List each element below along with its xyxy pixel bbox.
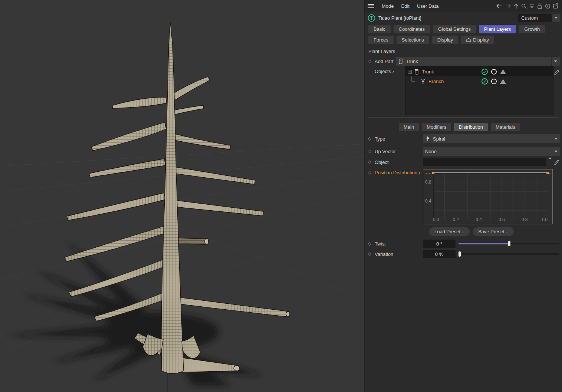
enabled-check-icon[interactable]: ✓: [482, 78, 488, 85]
twist-slider-fill: [459, 243, 509, 244]
add-part-select[interactable]: Trunk: [396, 57, 551, 66]
menu-icon[interactable]: [368, 4, 374, 8]
curve-extension-left: [425, 173, 431, 174]
tab-distribution[interactable]: Distribution: [454, 123, 488, 131]
load-preset-button[interactable]: Load Preset...: [429, 227, 470, 236]
tab-global-settings[interactable]: Global Settings: [433, 25, 476, 33]
viewport-3d[interactable]: [0, 0, 365, 392]
external-link-icon[interactable]: [553, 3, 558, 9]
variation-value-field[interactable]: 0 %: [423, 250, 456, 258]
tree-item-label[interactable]: Trunk: [422, 69, 434, 75]
render-triangle-icon[interactable]: [500, 79, 506, 84]
variation-slider-handle[interactable]: [459, 251, 461, 257]
chevron-down-icon: [555, 17, 558, 19]
tree-item-label[interactable]: Branch: [428, 79, 444, 84]
type-select[interactable]: Spiral: [423, 134, 560, 143]
add-part-row: Add Part Trunk: [365, 56, 562, 66]
graph-plot-area[interactable]: [433, 172, 548, 220]
object-row: Object: [365, 158, 562, 167]
curve-point[interactable]: [432, 172, 434, 174]
x-tick-label: 0.2: [453, 217, 459, 222]
objects-tree[interactable]: − Trunk ✓ Branch ✓: [405, 66, 553, 115]
tab-basic[interactable]: Basic: [368, 25, 391, 33]
twist-slider[interactable]: [459, 240, 560, 248]
add-part-dropdown-button[interactable]: [552, 57, 560, 66]
tab-growth[interactable]: Growth: [519, 25, 545, 33]
chevron-down-icon: [555, 151, 558, 152]
enabled-check-icon[interactable]: ✓: [482, 69, 488, 75]
display-tag-icon: [466, 38, 471, 42]
type-label: Type: [375, 136, 385, 142]
x-tick-label: 0.0: [433, 217, 439, 222]
param-diamond-icon: [368, 252, 372, 256]
y-tick-label: 0.8: [425, 179, 431, 185]
position-distribution-label[interactable]: Position Distribution ›: [375, 170, 420, 175]
distribution-curve[interactable]: [433, 172, 548, 173]
preset-select[interactable]: Custom: [518, 14, 552, 22]
twist-value-field[interactable]: 0 °: [423, 240, 456, 248]
param-diamond-icon: [368, 171, 372, 175]
visibility-circle-icon[interactable]: [491, 69, 497, 75]
twist-row: Twist 0 °: [365, 239, 562, 248]
param-diamond-icon: [368, 149, 372, 153]
tab-plant-layers[interactable]: Plant Layers: [479, 25, 516, 33]
tree-model: [65, 22, 290, 373]
up-vector-select[interactable]: None: [423, 147, 560, 156]
attribute-manager-panel: Mode Edit User Data Taiao Plant [toPlant…: [365, 0, 562, 392]
object-title: Taiao Plant [toPlant]: [378, 15, 421, 21]
tab-main[interactable]: Main: [399, 123, 419, 131]
preset-buttons-row: Load Preset... Save Preset...: [365, 225, 562, 237]
section-title-plant-layers: Plant Layers: [365, 45, 562, 56]
chevron-down-icon[interactable]: [549, 158, 552, 165]
tree-row-trunk[interactable]: − Trunk ✓: [405, 67, 553, 76]
expander-icon[interactable]: ›: [419, 170, 420, 175]
collapse-icon[interactable]: −: [408, 70, 412, 74]
x-tick-label: 0.8: [522, 217, 528, 222]
eyedropper-icon[interactable]: [554, 159, 560, 165]
objects-label[interactable]: Objects ›: [375, 66, 405, 74]
param-diamond-icon: [368, 161, 372, 164]
variation-slider[interactable]: [459, 250, 560, 258]
menu-mode[interactable]: Mode: [382, 3, 394, 9]
x-tick-label: 0.6: [499, 217, 505, 222]
panel-splitter-handle[interactable]: ······: [368, 117, 558, 121]
tree-row-branch[interactable]: Branch ✓: [405, 76, 553, 86]
y-tick-label: 0.4: [425, 198, 431, 204]
save-preset-button[interactable]: Save Preset...: [473, 227, 514, 236]
x-axis-ticks: 0.0 0.2 0.4 0.6 0.8 1.0: [433, 217, 548, 224]
menu-user-data[interactable]: User Data: [417, 3, 439, 9]
forward-arrow-icon[interactable]: [505, 3, 511, 9]
visibility-circle-icon[interactable]: [491, 79, 497, 84]
panel-menu-bar: Mode Edit User Data: [365, 0, 562, 12]
curve-point[interactable]: [546, 172, 549, 174]
filter-icon[interactable]: [529, 4, 535, 9]
pencil-icon[interactable]: [554, 69, 560, 75]
up-vector-row: Up Vector None: [365, 146, 562, 157]
object-label: Object: [375, 159, 389, 165]
branch-icon: [420, 78, 426, 85]
render-triangle-icon[interactable]: [500, 69, 506, 74]
lock-open-icon[interactable]: [537, 3, 542, 9]
object-link-field[interactable]: [423, 158, 546, 166]
type-value: Spiral: [433, 136, 445, 142]
tab-coordinates[interactable]: Coordinates: [394, 25, 430, 33]
tab-row-2: Forces Selections Display Display: [365, 34, 562, 45]
tab-display-tag[interactable]: Display: [461, 36, 494, 44]
search-icon[interactable]: [521, 3, 527, 9]
tab-display[interactable]: Display: [432, 36, 459, 44]
tab-selections[interactable]: Selections: [397, 36, 429, 44]
objects-expander-icon[interactable]: ›: [392, 69, 394, 74]
tab-forces[interactable]: Forces: [368, 36, 394, 44]
twist-slider-handle[interactable]: [508, 241, 510, 246]
param-diamond-icon: [368, 242, 372, 246]
add-part-value: Trunk: [406, 59, 418, 64]
tab-materials[interactable]: Materials: [491, 123, 520, 131]
target-icon[interactable]: [545, 3, 551, 9]
up-arrow-icon[interactable]: [514, 3, 519, 9]
menu-edit[interactable]: Edit: [401, 3, 410, 9]
preset-dropdown-button[interactable]: [552, 14, 560, 22]
taiao-plant-logo-icon: [368, 14, 375, 22]
back-arrow-icon[interactable]: [496, 3, 502, 9]
position-distribution-graph[interactable]: 0.8 0.4 0.0 0.2 0.4 0.6 0.8 1.0: [423, 169, 553, 224]
tab-modifiers[interactable]: Modifiers: [422, 123, 451, 131]
